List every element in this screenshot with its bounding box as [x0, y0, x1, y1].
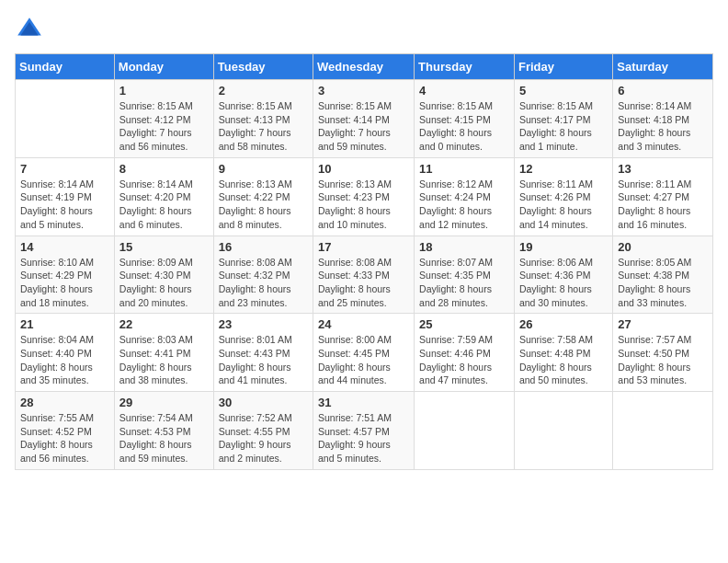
calendar-week-2: 14Sunrise: 8:10 AM Sunset: 4:29 PM Dayli…	[16, 236, 713, 314]
day-info: Sunrise: 8:10 AM Sunset: 4:29 PM Dayligh…	[20, 256, 109, 310]
day-info: Sunrise: 8:00 AM Sunset: 4:45 PM Dayligh…	[318, 333, 409, 387]
calendar-week-3: 21Sunrise: 8:04 AM Sunset: 4:40 PM Dayli…	[16, 314, 713, 392]
day-info: Sunrise: 8:05 AM Sunset: 4:38 PM Dayligh…	[618, 256, 708, 310]
calendar-cell: 11Sunrise: 8:12 AM Sunset: 4:24 PM Dayli…	[415, 157, 515, 236]
col-header-monday: Monday	[114, 54, 213, 80]
day-info: Sunrise: 8:14 AM Sunset: 4:19 PM Dayligh…	[20, 178, 109, 232]
day-number: 22	[119, 317, 209, 331]
calendar-header: SundayMondayTuesdayWednesdayThursdayFrid…	[16, 54, 713, 80]
calendar-cell: 20Sunrise: 8:05 AM Sunset: 4:38 PM Dayli…	[613, 236, 713, 314]
calendar-cell: 22Sunrise: 8:03 AM Sunset: 4:41 PM Dayli…	[114, 314, 213, 392]
day-number: 25	[419, 317, 509, 331]
calendar-table: SundayMondayTuesdayWednesdayThursdayFrid…	[15, 53, 713, 470]
calendar-cell: 29Sunrise: 7:54 AM Sunset: 4:53 PM Dayli…	[114, 392, 213, 470]
day-info: Sunrise: 8:01 AM Sunset: 4:43 PM Dayligh…	[219, 333, 308, 387]
col-header-tuesday: Tuesday	[213, 54, 313, 80]
day-info: Sunrise: 8:08 AM Sunset: 4:33 PM Dayligh…	[318, 256, 409, 310]
day-number: 26	[519, 317, 608, 331]
day-info: Sunrise: 8:11 AM Sunset: 4:27 PM Dayligh…	[618, 178, 708, 232]
calendar-week-0: 1Sunrise: 8:15 AM Sunset: 4:12 PM Daylig…	[16, 80, 713, 158]
calendar-cell: 5Sunrise: 8:15 AM Sunset: 4:17 PM Daylig…	[514, 80, 612, 158]
day-number: 28	[20, 396, 109, 409]
day-number: 21	[20, 317, 109, 331]
calendar-cell: 16Sunrise: 8:08 AM Sunset: 4:32 PM Dayli…	[213, 236, 313, 314]
day-number: 12	[519, 162, 608, 176]
day-info: Sunrise: 7:59 AM Sunset: 4:46 PM Dayligh…	[419, 333, 509, 387]
calendar-cell	[514, 392, 612, 470]
calendar-cell: 30Sunrise: 7:52 AM Sunset: 4:55 PM Dayli…	[213, 392, 313, 470]
logo-icon	[15, 15, 44, 44]
day-number: 19	[519, 240, 608, 254]
calendar-week-1: 7Sunrise: 8:14 AM Sunset: 4:19 PM Daylig…	[16, 157, 713, 236]
calendar-cell: 21Sunrise: 8:04 AM Sunset: 4:40 PM Dayli…	[16, 314, 115, 392]
col-header-friday: Friday	[514, 54, 612, 80]
calendar-cell: 26Sunrise: 7:58 AM Sunset: 4:48 PM Dayli…	[514, 314, 612, 392]
day-info: Sunrise: 8:15 AM Sunset: 4:15 PM Dayligh…	[419, 99, 509, 154]
day-number: 13	[618, 162, 708, 176]
day-info: Sunrise: 8:13 AM Sunset: 4:23 PM Dayligh…	[318, 178, 409, 232]
day-number: 29	[119, 396, 209, 409]
day-info: Sunrise: 8:15 AM Sunset: 4:17 PM Dayligh…	[519, 99, 608, 154]
day-info: Sunrise: 8:04 AM Sunset: 4:40 PM Dayligh…	[20, 333, 109, 387]
day-number: 27	[618, 317, 708, 331]
day-info: Sunrise: 8:14 AM Sunset: 4:18 PM Dayligh…	[618, 99, 708, 154]
day-number: 1	[119, 84, 209, 98]
day-info: Sunrise: 7:52 AM Sunset: 4:55 PM Dayligh…	[219, 411, 308, 465]
day-info: Sunrise: 8:03 AM Sunset: 4:41 PM Dayligh…	[119, 333, 209, 387]
day-info: Sunrise: 8:09 AM Sunset: 4:30 PM Dayligh…	[119, 256, 209, 310]
logo	[15, 15, 48, 44]
calendar-cell: 2Sunrise: 8:15 AM Sunset: 4:13 PM Daylig…	[213, 80, 313, 158]
calendar-cell: 7Sunrise: 8:14 AM Sunset: 4:19 PM Daylig…	[16, 157, 115, 236]
day-number: 10	[318, 162, 409, 176]
day-info: Sunrise: 7:54 AM Sunset: 4:53 PM Dayligh…	[119, 411, 209, 465]
day-number: 3	[318, 84, 409, 98]
calendar-cell: 13Sunrise: 8:11 AM Sunset: 4:27 PM Dayli…	[613, 157, 713, 236]
day-number: 20	[618, 240, 708, 254]
calendar-cell: 8Sunrise: 8:14 AM Sunset: 4:20 PM Daylig…	[114, 157, 213, 236]
calendar-cell	[415, 392, 515, 470]
col-header-sunday: Sunday	[16, 54, 115, 80]
day-info: Sunrise: 7:51 AM Sunset: 4:57 PM Dayligh…	[318, 411, 409, 465]
day-number: 18	[419, 240, 509, 254]
day-number: 2	[219, 84, 308, 98]
day-info: Sunrise: 8:08 AM Sunset: 4:32 PM Dayligh…	[219, 256, 308, 310]
calendar-cell: 17Sunrise: 8:08 AM Sunset: 4:33 PM Dayli…	[313, 236, 415, 314]
calendar-cell: 25Sunrise: 7:59 AM Sunset: 4:46 PM Dayli…	[415, 314, 515, 392]
day-number: 4	[419, 84, 509, 98]
day-number: 23	[219, 317, 308, 331]
calendar-cell: 3Sunrise: 8:15 AM Sunset: 4:14 PM Daylig…	[313, 80, 415, 158]
calendar-cell: 15Sunrise: 8:09 AM Sunset: 4:30 PM Dayli…	[114, 236, 213, 314]
day-number: 30	[219, 396, 308, 409]
day-number: 14	[20, 240, 109, 254]
calendar-cell: 28Sunrise: 7:55 AM Sunset: 4:52 PM Dayli…	[16, 392, 115, 470]
calendar-cell: 6Sunrise: 8:14 AM Sunset: 4:18 PM Daylig…	[613, 80, 713, 158]
day-number: 17	[318, 240, 409, 254]
day-info: Sunrise: 8:12 AM Sunset: 4:24 PM Dayligh…	[419, 178, 509, 232]
day-info: Sunrise: 7:58 AM Sunset: 4:48 PM Dayligh…	[519, 333, 608, 387]
calendar-cell: 27Sunrise: 7:57 AM Sunset: 4:50 PM Dayli…	[613, 314, 713, 392]
col-header-wednesday: Wednesday	[313, 54, 415, 80]
day-info: Sunrise: 7:57 AM Sunset: 4:50 PM Dayligh…	[618, 333, 708, 387]
day-number: 31	[318, 396, 409, 409]
calendar-body: 1Sunrise: 8:15 AM Sunset: 4:12 PM Daylig…	[16, 80, 713, 470]
calendar-cell: 23Sunrise: 8:01 AM Sunset: 4:43 PM Dayli…	[213, 314, 313, 392]
day-info: Sunrise: 8:06 AM Sunset: 4:36 PM Dayligh…	[519, 256, 608, 310]
calendar-cell: 14Sunrise: 8:10 AM Sunset: 4:29 PM Dayli…	[16, 236, 115, 314]
day-number: 7	[20, 162, 109, 176]
col-header-saturday: Saturday	[613, 54, 713, 80]
calendar-cell: 19Sunrise: 8:06 AM Sunset: 4:36 PM Dayli…	[514, 236, 612, 314]
calendar-cell: 18Sunrise: 8:07 AM Sunset: 4:35 PM Dayli…	[415, 236, 515, 314]
day-number: 6	[618, 84, 708, 98]
page-header	[15, 15, 713, 44]
header-row: SundayMondayTuesdayWednesdayThursdayFrid…	[16, 54, 713, 80]
day-number: 24	[318, 317, 409, 331]
calendar-cell	[16, 80, 115, 158]
day-info: Sunrise: 8:15 AM Sunset: 4:14 PM Dayligh…	[318, 99, 409, 154]
day-number: 16	[219, 240, 308, 254]
day-info: Sunrise: 8:14 AM Sunset: 4:20 PM Dayligh…	[119, 178, 209, 232]
day-number: 9	[219, 162, 308, 176]
day-info: Sunrise: 8:07 AM Sunset: 4:35 PM Dayligh…	[419, 256, 509, 310]
day-info: Sunrise: 8:11 AM Sunset: 4:26 PM Dayligh…	[519, 178, 608, 232]
calendar-cell: 9Sunrise: 8:13 AM Sunset: 4:22 PM Daylig…	[213, 157, 313, 236]
day-number: 11	[419, 162, 509, 176]
